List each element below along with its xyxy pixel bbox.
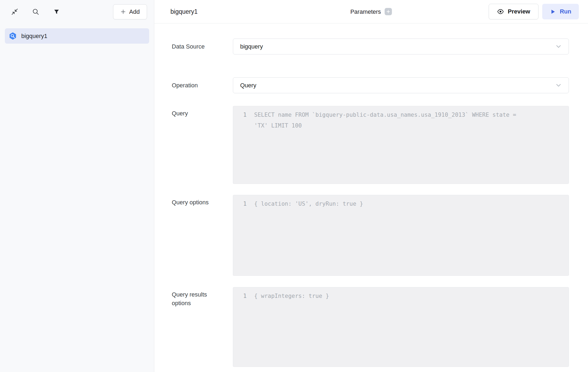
search-icon [32,8,39,15]
add-parameter-button[interactable] [385,8,392,15]
query-results-options-placeholder-text: { wrapIntegers: true } [249,291,329,301]
operation-select[interactable]: Query [233,77,569,93]
code-line: 1 { wrapIntegers: true } [233,291,569,301]
header-actions: Preview Run [489,4,579,19]
field-row-data-source: Data Source bigquery [172,39,569,54]
line-number: 1 [233,198,249,209]
query-results-options-code-editor[interactable]: 1 { wrapIntegers: true } [233,287,569,367]
query-sidebar: Add bigquery1 [0,0,154,372]
chevron-down-icon [555,43,562,50]
line-number: 1 [233,109,249,120]
code-line: 1 SELECT name FROM `bigquery-public-data… [233,109,569,131]
query-code-editor[interactable]: 1 SELECT name FROM `bigquery-public-data… [233,106,569,184]
field-row-operation: Operation Query [172,77,569,93]
field-label-operation: Operation [172,81,233,90]
run-button[interactable]: Run [542,4,579,19]
field-row-query-results-options: Query results options 1 { wrapIntegers: … [172,287,569,367]
add-query-button[interactable]: Add [113,4,147,19]
collapse-panel-button[interactable] [9,6,20,17]
query-placeholder-text: SELECT name FROM `bigquery-public-data.u… [249,109,526,131]
field-label-query-options: Query options [172,195,233,207]
field-label-data-source: Data Source [172,42,233,51]
app-root: Add bigquery1 bigquery1 Parameters [0,0,588,372]
parameters-label: Parameters [350,8,381,15]
preview-button[interactable]: Preview [489,4,538,19]
query-name-title: bigquery1 [170,8,198,15]
field-row-query: Query 1 SELECT name FROM `bigquery-publi… [172,106,569,184]
field-row-query-options: Query options 1 { location: 'US', dryRun… [172,195,569,276]
filter-icon [53,9,60,15]
play-icon [550,9,556,15]
plus-icon [386,10,390,14]
data-source-select[interactable]: bigquery [233,39,569,54]
bigquery-icon [9,32,17,40]
field-label-query: Query [172,106,233,118]
chevron-down-icon [555,82,562,89]
query-options-code-editor[interactable]: 1 { location: 'US', dryRun: true } [233,195,569,276]
sidebar-toolbar [9,6,62,17]
query-editor-panel: bigquery1 Parameters [154,0,588,372]
data-source-select-value: bigquery [240,43,263,50]
preview-button-label: Preview [508,8,530,15]
query-options-placeholder-text: { location: 'US', dryRun: true } [249,198,363,209]
line-number: 1 [233,291,249,301]
query-list: bigquery1 [0,23,154,44]
query-item-label: bigquery1 [21,33,47,40]
query-list-item-bigquery1[interactable]: bigquery1 [5,28,149,44]
code-line: 1 { location: 'US', dryRun: true } [233,198,569,209]
collapse-icon [11,8,18,15]
filter-button[interactable] [51,6,62,17]
plus-icon [120,9,126,15]
sidebar-header: Add [0,0,154,23]
query-form: Data Source bigquery Operation Query [154,23,588,372]
field-label-query-results-options: Query results options [172,287,233,308]
editor-header: bigquery1 Parameters [154,0,588,23]
parameters-group: Parameters [350,8,392,15]
run-button-label: Run [560,8,571,15]
search-button[interactable] [30,6,41,17]
eye-icon [497,8,504,15]
add-button-label: Add [129,8,140,15]
operation-select-value: Query [240,82,256,89]
